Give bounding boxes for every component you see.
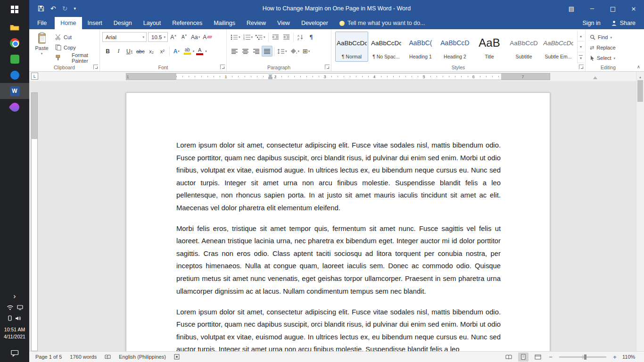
- style-heading-2[interactable]: AaBbCcD Heading 2: [438, 32, 471, 62]
- font-family-combo[interactable]: Arial ▾: [102, 32, 147, 42]
- bullets-button[interactable]: ▾: [229, 32, 242, 42]
- style-no-spacing[interactable]: AaBbCcDc ¶ No Spac...: [370, 32, 403, 62]
- taskbar-app-blue[interactable]: [0, 67, 29, 83]
- print-layout-button[interactable]: [518, 353, 528, 362]
- shading-button[interactable]: ▾: [289, 46, 301, 57]
- style-normal[interactable]: AaBbCcDc ¶ Normal: [335, 32, 368, 62]
- highlight-color-button[interactable]: ab: [182, 46, 193, 57]
- zoom-level[interactable]: 110%: [622, 354, 639, 360]
- strikethrough-button[interactable]: abc: [135, 46, 146, 57]
- paragraph[interactable]: Lorem ipsum dolor sit amet, consectetur …: [176, 306, 501, 351]
- clipboard-dialog-launcher[interactable]: [93, 65, 98, 69]
- taskbar-paint3d[interactable]: [0, 99, 29, 115]
- macro-recording-button[interactable]: [174, 354, 180, 360]
- scrollbar-thumb[interactable]: [637, 80, 643, 102]
- taskbar-word[interactable]: W: [0, 83, 29, 99]
- tab-stop-selector[interactable]: L: [31, 73, 38, 80]
- sign-in-button[interactable]: Sign in: [582, 20, 600, 26]
- increase-indent-button[interactable]: [281, 32, 292, 42]
- borders-button[interactable]: ⊞▾: [301, 46, 312, 57]
- tab-home[interactable]: Home: [55, 17, 82, 29]
- tab-layout[interactable]: Layout: [138, 17, 167, 29]
- format-painter-button[interactable]: Format Painter: [53, 53, 99, 62]
- paragraph-dialog-launcher[interactable]: [325, 65, 330, 69]
- vertical-scrollbar[interactable]: ▴ ▾: [636, 72, 644, 351]
- decrease-indent-button[interactable]: [270, 32, 281, 42]
- language-indicator[interactable]: English (Philippines): [119, 354, 166, 360]
- shrink-font-button[interactable]: A▾: [179, 32, 190, 42]
- copy-button[interactable]: Copy: [53, 43, 99, 52]
- tab-insert[interactable]: Insert: [82, 17, 108, 29]
- styles-scroll-up-button[interactable]: ▴: [578, 31, 584, 41]
- font-size-combo[interactable]: 10.5 ▾: [148, 32, 168, 42]
- italic-button[interactable]: I: [113, 46, 124, 57]
- close-button[interactable]: ×: [623, 0, 644, 17]
- document-page[interactable]: Lorem ipsum dolor sit amet, consectetur …: [126, 92, 550, 351]
- maximize-button[interactable]: □: [603, 0, 623, 17]
- phone-icon[interactable]: [8, 315, 12, 321]
- customize-qat-button[interactable]: ▾: [74, 7, 76, 11]
- paragraph[interactable]: Morbi felis eros, tristique sit amet tem…: [176, 222, 501, 297]
- tell-me-box[interactable]: Tell me what you want to do...: [339, 17, 425, 29]
- right-indent-marker[interactable]: [593, 76, 597, 79]
- display-icon[interactable]: [17, 305, 23, 310]
- justify-button[interactable]: [262, 46, 272, 57]
- taskbar-clock[interactable]: 10:51 AM 4/11/2021: [4, 326, 25, 340]
- action-center-button[interactable]: [0, 346, 29, 360]
- zoom-in-button[interactable]: +: [611, 354, 618, 361]
- tab-review[interactable]: Review: [241, 17, 272, 29]
- replace-button[interactable]: ⇄ Replace: [588, 43, 628, 52]
- tab-developer[interactable]: Developer: [296, 17, 334, 29]
- style-heading-1[interactable]: AaBbC( Heading 1: [404, 32, 437, 62]
- ribbon-display-options-button[interactable]: ▤: [561, 0, 582, 17]
- zoom-slider[interactable]: [559, 356, 606, 358]
- align-left-button[interactable]: [229, 46, 240, 57]
- superscript-button[interactable]: x²: [157, 46, 168, 57]
- tab-references[interactable]: References: [166, 17, 208, 29]
- styles-more-button[interactable]: ▾: [578, 52, 584, 63]
- volume-icon[interactable]: [15, 316, 21, 321]
- zoom-slider-thumb[interactable]: [584, 354, 586, 360]
- styles-scroll-down-button[interactable]: ▾: [578, 41, 584, 52]
- proofing-status-button[interactable]: [105, 354, 111, 359]
- taskbar-chrome[interactable]: [0, 35, 29, 51]
- wifi-icon[interactable]: [7, 305, 14, 310]
- select-button[interactable]: Select ▾: [588, 54, 628, 62]
- paste-button[interactable]: Paste ▾: [30, 31, 53, 63]
- word-count[interactable]: 1760 words: [70, 354, 97, 360]
- find-button[interactable]: Find ▾: [588, 33, 628, 41]
- underline-button[interactable]: U▾: [124, 46, 135, 57]
- tab-view[interactable]: View: [272, 17, 296, 29]
- grow-font-button[interactable]: A▴: [168, 32, 179, 42]
- cut-button[interactable]: Cut: [53, 33, 99, 41]
- undo-button[interactable]: ↶: [50, 5, 56, 12]
- collapse-ribbon-button[interactable]: ∧: [637, 64, 640, 69]
- page-indicator[interactable]: Page 1 of 5: [35, 354, 62, 360]
- numbering-button[interactable]: 123 ▾: [242, 32, 255, 42]
- clear-formatting-button[interactable]: A: [201, 32, 213, 42]
- web-layout-button[interactable]: [533, 353, 543, 362]
- bold-button[interactable]: B: [102, 46, 113, 57]
- start-button[interactable]: [0, 0, 29, 19]
- change-case-button[interactable]: Aa▾: [190, 32, 201, 42]
- sort-button[interactable]: AZ: [295, 32, 306, 42]
- font-dialog-launcher[interactable]: [220, 65, 225, 69]
- taskbar-app-green[interactable]: [0, 51, 29, 67]
- read-mode-button[interactable]: [504, 353, 514, 362]
- font-color-button[interactable]: A: [194, 46, 205, 57]
- style-subtitle[interactable]: AaBbCcD Subtitle: [507, 32, 540, 62]
- tab-file[interactable]: File: [29, 17, 55, 29]
- save-button[interactable]: [38, 5, 44, 12]
- paragraph[interactable]: Lorem ipsum dolor sit amet, consectetur …: [176, 139, 501, 214]
- multilevel-list-button[interactable]: ▾: [254, 32, 267, 42]
- text-effects-button[interactable]: A▾: [171, 46, 182, 57]
- redo-button[interactable]: ↻: [62, 5, 68, 12]
- show-formatting-marks-button[interactable]: ¶: [306, 32, 317, 42]
- zoom-out-button[interactable]: −: [547, 354, 554, 361]
- align-right-button[interactable]: [251, 46, 262, 57]
- share-button[interactable]: Share: [611, 20, 636, 26]
- show-hidden-icons-button[interactable]: ›: [13, 291, 16, 302]
- style-title[interactable]: AaB Title: [473, 32, 506, 62]
- style-subtle-emphasis[interactable]: AaBbCcDc Subtle Em...: [542, 32, 575, 62]
- taskbar-file-explorer[interactable]: [0, 19, 29, 35]
